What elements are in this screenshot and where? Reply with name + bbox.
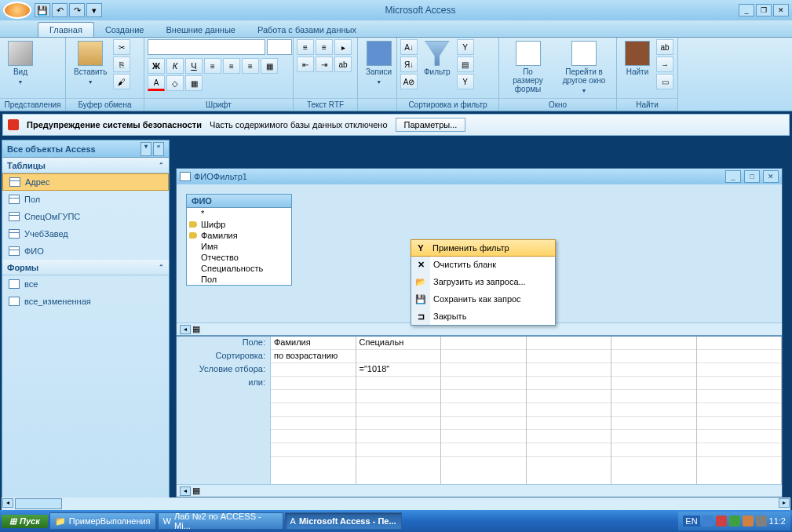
rtf-btn6[interactable]: ab — [334, 56, 352, 72]
field-familiya[interactable]: Фамилия — [187, 230, 291, 241]
gridlines-icon[interactable]: ▦ — [261, 58, 278, 74]
fill-color-icon[interactable]: ◇ — [166, 75, 184, 91]
field-spec[interactable]: Специальность — [187, 263, 291, 274]
sort-desc-icon[interactable]: Я↓ — [400, 56, 418, 72]
tab-home[interactable]: Главная — [38, 22, 94, 37]
qbe-grid-scroll[interactable]: ◂▦ — [177, 484, 782, 497]
qat-customize-icon[interactable]: ▾ — [86, 3, 102, 17]
tray-icon-4[interactable] — [743, 516, 754, 527]
copy-icon[interactable]: ⎘ — [113, 56, 130, 72]
grid-col-4[interactable] — [527, 337, 612, 484]
taskbar-item-1[interactable]: 📁ПримерВыполнения — [49, 512, 156, 530]
rtf-btn4[interactable]: ⇤ — [297, 56, 314, 72]
field-star[interactable]: * — [187, 208, 291, 219]
nav-category-tables[interactable]: Таблицы⌃ — [2, 158, 169, 173]
redo-icon[interactable]: ↷ — [69, 3, 85, 17]
font-color-icon[interactable]: A — [148, 75, 165, 91]
replace-icon[interactable]: ab — [656, 39, 673, 55]
filter-button[interactable]: Фильтр — [419, 39, 455, 78]
grid-col-1[interactable]: Фамилияпо возрастанию — [271, 337, 356, 484]
sf-btn2[interactable]: ▤ — [457, 56, 474, 72]
subwin-close[interactable]: ✕ — [763, 170, 779, 183]
shading-icon[interactable]: ▦ — [185, 75, 203, 91]
cut-icon[interactable]: ✂ — [113, 39, 130, 55]
grid-col-5[interactable] — [611, 337, 697, 484]
bold-icon[interactable]: Ж — [148, 58, 165, 74]
field-pol[interactable]: Пол — [187, 274, 291, 285]
tray-icon-2[interactable] — [716, 516, 727, 527]
switch-window-button[interactable]: Перейти в другое окно▼ — [555, 39, 613, 97]
tray-icon-5[interactable] — [756, 516, 767, 527]
rtf-btn3[interactable]: ▸ — [334, 39, 352, 55]
ctx-close[interactable]: ⊐Закрыть — [411, 308, 555, 325]
sf-btn1[interactable]: Y — [457, 39, 474, 55]
lang-indicator[interactable]: EN — [683, 516, 699, 527]
start-button[interactable]: ⊞Пуск — [2, 515, 48, 528]
format-painter-icon[interactable]: 🖌 — [113, 74, 130, 89]
nav-table-fio[interactable]: ФИО — [2, 242, 169, 260]
nav-category-forms[interactable]: Формы⌃ — [2, 260, 169, 275]
tab-external[interactable]: Внешние данные — [155, 23, 246, 37]
rtf-btn1[interactable]: ≡ — [297, 39, 314, 55]
sort-asc-icon[interactable]: A↓ — [400, 39, 418, 55]
paste-button[interactable]: Вставить▼ — [69, 39, 111, 88]
tray-icon-3[interactable] — [729, 516, 740, 527]
align-left-icon[interactable]: ≡ — [204, 58, 221, 74]
select-icon[interactable]: ▭ — [656, 74, 673, 89]
nav-form-vse[interactable]: все — [2, 275, 169, 293]
rtf-btn5[interactable]: ⇥ — [316, 56, 333, 72]
fit-form-button[interactable]: По размеру формы — [502, 39, 553, 95]
grid-col-2[interactable]: Специальн="1018" — [356, 337, 442, 484]
subwin-minimize[interactable]: _ — [725, 170, 741, 183]
minimize-button[interactable]: _ — [739, 4, 754, 16]
taskbar-item-2[interactable]: WЛаб №2 по ACCESS - Mi... — [158, 512, 283, 530]
tab-create[interactable]: Создание — [94, 23, 155, 37]
nav-header[interactable]: Все объекты Access ▾« — [2, 140, 169, 158]
clock[interactable]: 11:2 — [769, 516, 786, 526]
font-size-combo[interactable] — [267, 39, 292, 55]
field-shifr[interactable]: Шифр — [187, 219, 291, 230]
undo-icon[interactable]: ↶ — [52, 3, 68, 17]
align-right-icon[interactable]: ≡ — [242, 58, 259, 74]
restore-button[interactable]: ❐ — [756, 4, 772, 16]
records-button[interactable]: Записи▼ — [361, 39, 396, 88]
sf-btn3[interactable]: Y — [457, 74, 474, 89]
field-otchestvo[interactable]: Отчество — [187, 252, 291, 263]
close-button[interactable]: ✕ — [773, 4, 789, 16]
ctx-load-query[interactable]: 📂Загрузить из запроса... — [411, 273, 555, 290]
clipboard-icon — [78, 41, 103, 66]
save-icon[interactable]: 💾 — [35, 3, 50, 17]
ctx-clear-grid[interactable]: ✕Очистить бланк — [411, 256, 555, 273]
field-list[interactable]: ФИО * Шифр Фамилия Имя Отчество Специаль… — [186, 194, 292, 286]
font-name-combo[interactable] — [148, 39, 265, 55]
grid-col-3[interactable] — [441, 337, 527, 484]
views-button[interactable]: Вид▼ — [3, 39, 38, 88]
main-horizontal-scrollbar[interactable]: ◂▸ — [2, 497, 790, 510]
office-button[interactable] — [3, 2, 31, 19]
nav-table-pol[interactable]: Пол — [2, 191, 169, 208]
ctx-apply-filter[interactable]: YПрименить фильтр — [411, 239, 556, 257]
nav-form-vse-izm[interactable]: все_измененная — [2, 293, 169, 310]
subwin-maximize[interactable]: □ — [744, 170, 760, 183]
tray-icon-1[interactable] — [703, 516, 714, 527]
nav-table-spec[interactable]: СпецОмГУПС — [2, 208, 169, 225]
filter-window-titlebar[interactable]: ФИОФильтр1 _ □ ✕ — [177, 169, 782, 184]
nav-table-ucheb[interactable]: УчебЗавед — [2, 225, 169, 242]
security-options-button[interactable]: Параметры... — [396, 118, 466, 132]
rtf-btn2[interactable]: ≡ — [316, 39, 333, 55]
nav-collapse-icon[interactable]: « — [153, 142, 164, 156]
clear-sort-icon[interactable]: A⊘ — [400, 74, 418, 89]
goto-icon[interactable]: → — [656, 56, 673, 72]
nav-table-adres[interactable]: Адрес — [2, 173, 169, 191]
grid-col-6[interactable] — [697, 337, 783, 484]
align-center-icon[interactable]: ≡ — [223, 58, 240, 74]
ctx-save-query[interactable]: 💾Сохранить как запрос — [411, 290, 555, 308]
nav-dropdown-icon[interactable]: ▾ — [141, 142, 151, 156]
underline-icon[interactable]: Ч — [185, 58, 203, 74]
taskbar-item-3[interactable]: AMicrosoft Access - Пе... — [285, 512, 402, 530]
qbe-table-area[interactable]: ФИО * Шифр Фамилия Имя Отчество Специаль… — [177, 184, 782, 322]
tab-dbtools[interactable]: Работа с базами данных — [246, 23, 367, 37]
find-button[interactable]: Найти — [620, 39, 655, 78]
field-imya[interactable]: Имя — [187, 241, 291, 252]
italic-icon[interactable]: К — [166, 58, 184, 74]
